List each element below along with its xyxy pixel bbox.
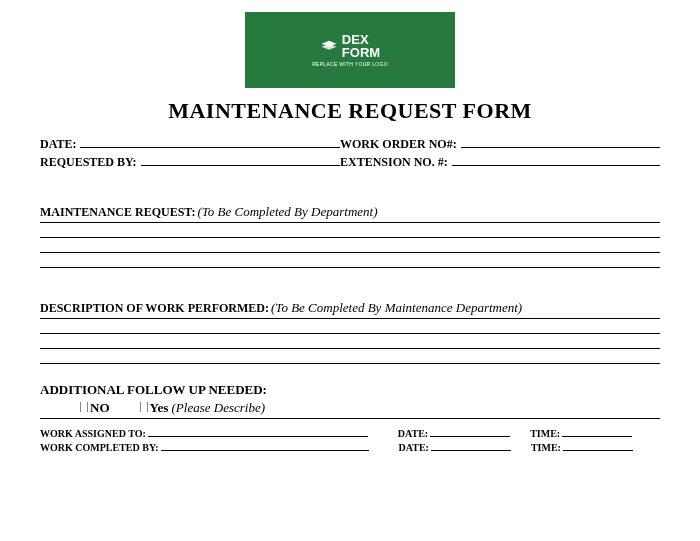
assigned-time-label: TIME:	[530, 428, 560, 439]
completed-label: WORK COMPLETED BY:	[40, 442, 159, 453]
book-icon	[320, 39, 338, 53]
date-input[interactable]	[80, 136, 340, 148]
extension-label: EXTENSION NO. #:	[340, 155, 448, 170]
logo-subtitle: REPLACE WITH YOUR LOGO	[312, 61, 388, 67]
assigned-time-input[interactable]	[562, 427, 632, 437]
assigned-input[interactable]	[148, 427, 368, 437]
completed-time-input[interactable]	[563, 441, 633, 451]
assigned-date-input[interactable]	[430, 427, 510, 437]
maintenance-request-lines[interactable]	[40, 223, 660, 268]
completed-time-label: TIME:	[531, 442, 561, 453]
assigned-label: WORK ASSIGNED TO:	[40, 428, 146, 439]
logo-text-2: FORM	[342, 46, 380, 59]
requested-by-label: REQUESTED BY:	[40, 155, 137, 170]
yes-label: Yes	[150, 400, 169, 416]
page-title: MAINTENANCE REQUEST FORM	[40, 98, 660, 124]
work-performed-label: DESCRIPTION OF WORK PERFORMED:	[40, 301, 269, 316]
yes-checkbox[interactable]	[140, 402, 148, 412]
maintenance-request-label: MAINTENANCE REQUEST:	[40, 205, 195, 220]
work-performed-header: DESCRIPTION OF WORK PERFORMED: (To Be Co…	[40, 300, 660, 319]
requested-by-input[interactable]	[141, 154, 340, 166]
date-label: DATE:	[40, 137, 76, 152]
work-performed-lines[interactable]	[40, 319, 660, 364]
work-order-input[interactable]	[461, 136, 660, 148]
no-label: NO	[90, 400, 110, 416]
assigned-date-label: DATE:	[398, 428, 428, 439]
followup-header: ADDITIONAL FOLLOW UP NEEDED:	[40, 382, 660, 398]
describe-label: (Please Describe)	[172, 400, 266, 416]
no-checkbox[interactable]	[80, 402, 88, 412]
maintenance-request-header: MAINTENANCE REQUEST: (To Be Completed By…	[40, 204, 660, 223]
work-performed-note: (To Be Completed By Maintenance Departme…	[271, 300, 522, 316]
maintenance-request-note: (To Be Completed By Department)	[197, 204, 377, 220]
work-order-label: WORK ORDER NO#:	[340, 137, 457, 152]
completed-date-input[interactable]	[431, 441, 511, 451]
extension-input[interactable]	[452, 154, 660, 166]
completed-date-label: DATE:	[399, 442, 429, 453]
logo-banner: DEX FORM REPLACE WITH YOUR LOGO	[245, 12, 455, 88]
completed-input[interactable]	[161, 441, 369, 451]
